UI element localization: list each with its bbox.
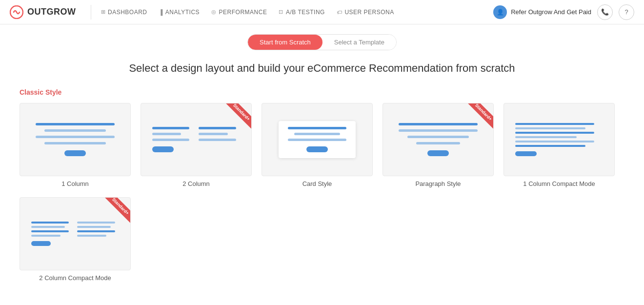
mock-line (294, 133, 340, 135)
mock-line (44, 142, 106, 144)
mock-line (288, 127, 347, 129)
refer-link[interactable]: 👤 Refer Outgrow And Get Paid (493, 5, 591, 19)
layout-label-2-column-compact: 2 Column Compact Mode (20, 274, 131, 282)
mock-line (399, 123, 478, 125)
nav-user-persona[interactable]: 🏷 USER PERSONA (332, 6, 399, 19)
mock-button (64, 150, 86, 156)
layout-card-paragraph-style[interactable]: Standard+ Paragraph Style (382, 103, 494, 187)
mock-line (515, 132, 595, 134)
mock-line (31, 226, 65, 228)
ab-testing-icon: ⊡ (279, 9, 283, 15)
layout-card-card-style[interactable]: Card Style (262, 103, 373, 187)
refer-avatar: 👤 (493, 5, 507, 19)
mock-button (515, 151, 537, 156)
mock-button (306, 146, 328, 152)
mock-col-compact-left (31, 222, 73, 246)
layout-preview-1-column[interactable] (20, 103, 131, 176)
mock-line (31, 222, 69, 224)
layout-preview-paragraph-style[interactable]: Standard+ (382, 103, 494, 176)
mock-line (515, 127, 586, 129)
layout-preview-2-column[interactable]: Standard+ (141, 103, 252, 176)
mock-line (152, 127, 190, 129)
logo[interactable]: OUTGROW (10, 5, 76, 19)
mock-card-style (279, 121, 356, 158)
layout-preview-2-column-compact[interactable]: Standard+ (20, 197, 131, 270)
mock-line (288, 139, 347, 141)
layout-card-1-column-compact[interactable]: 1 Column Compact Mode (503, 103, 615, 187)
mock-line (77, 230, 115, 232)
mock-line (152, 133, 181, 135)
mock-2-column (152, 127, 241, 152)
mock-line (199, 139, 236, 141)
refer-text: Refer Outgrow And Get Paid (511, 8, 591, 16)
main-content: Start from Scratch Select a Template Sel… (0, 24, 644, 291)
layout-preview-1-column-compact[interactable] (503, 103, 615, 176)
select-template-button[interactable]: Select a Template (322, 35, 396, 50)
nav-performance[interactable]: ◎ PERFORMANCE (206, 6, 272, 19)
logo-text: OUTGROW (27, 7, 76, 17)
standard-plus-ribbon-3: Standard+ (102, 197, 131, 223)
mock-line (199, 127, 236, 129)
mode-toggle-container: Start from Scratch Select a Template (20, 34, 624, 50)
mock-col-right (199, 127, 240, 141)
mock-line (515, 145, 586, 147)
mock-line (199, 133, 228, 135)
mock-line (36, 123, 115, 125)
mock-line (31, 230, 69, 232)
layout-grid: 1 Column Standard+ (20, 103, 624, 282)
mock-2-column-compact (31, 222, 120, 246)
mock-line (77, 222, 115, 224)
nav-ab-testing-label: A/B TESTING (286, 9, 325, 16)
phone-icon: 📞 (601, 8, 609, 16)
layout-card-2-column[interactable]: Standard+ 2 Column (141, 103, 252, 187)
outgrow-logo-icon (10, 5, 23, 19)
mock-line (399, 129, 478, 132)
mock-button (152, 146, 174, 152)
mock-line (77, 235, 106, 237)
classic-style-label: Classic Style (20, 88, 624, 96)
mock-line (407, 136, 469, 138)
mock-button (427, 150, 449, 156)
nav-analytics-label: ANALYTICS (165, 9, 200, 16)
mock-line (515, 136, 577, 138)
layout-label-card-style: Card Style (262, 180, 373, 187)
mock-1-column (31, 123, 120, 156)
nav-ab-testing[interactable]: ⊡ A/B TESTING (274, 6, 329, 19)
phone-button[interactable]: 📞 (597, 4, 613, 20)
mock-line (152, 139, 190, 141)
main-nav: ⊞ DASHBOARD ▐ ANALYTICS ◎ PERFORMANCE ⊡ … (96, 6, 399, 19)
nav-performance-label: PERFORMANCE (219, 9, 267, 16)
layout-label-1-column-compact: 1 Column Compact Mode (503, 180, 615, 187)
mock-line (44, 129, 106, 132)
help-button[interactable]: ? (619, 4, 634, 20)
dashboard-icon: ⊞ (101, 9, 106, 15)
mock-col-compact-right (77, 222, 119, 237)
mock-1-column-compact (515, 123, 604, 156)
nav-user-persona-label: USER PERSONA (344, 9, 394, 16)
header-right: 👤 Refer Outgrow And Get Paid 📞 ? (493, 4, 634, 20)
standard-plus-ribbon: Standard+ (223, 103, 252, 128)
layout-card-2-column-compact[interactable]: Standard+ (20, 197, 131, 282)
layout-card-1-column[interactable]: 1 Column (20, 103, 131, 187)
mock-line (515, 123, 595, 125)
mock-line (31, 235, 60, 237)
nav-analytics[interactable]: ▐ ANALYTICS (154, 6, 205, 19)
mock-paragraph-style (394, 123, 483, 156)
performance-icon: ◎ (211, 9, 217, 15)
user-persona-icon: 🏷 (337, 9, 342, 15)
mock-line (77, 226, 111, 228)
page-title: Select a design layout and build your eC… (20, 62, 624, 75)
layout-label-1-column: 1 Column (20, 180, 131, 187)
nav-dashboard-label: DASHBOARD (108, 9, 147, 16)
mode-toggle-group: Start from Scratch Select a Template (247, 34, 397, 50)
nav-dashboard[interactable]: ⊞ DASHBOARD (96, 6, 152, 19)
layout-label-2-column: 2 Column (141, 180, 252, 187)
mock-line (515, 141, 595, 142)
help-icon: ? (624, 8, 628, 16)
mock-button (31, 241, 51, 246)
mock-col-left (152, 127, 194, 152)
analytics-icon: ▐ (159, 9, 163, 15)
header: OUTGROW ⊞ DASHBOARD ▐ ANALYTICS ◎ PERFOR… (0, 0, 644, 24)
layout-preview-card-style[interactable] (262, 103, 373, 176)
start-scratch-button[interactable]: Start from Scratch (248, 35, 322, 50)
